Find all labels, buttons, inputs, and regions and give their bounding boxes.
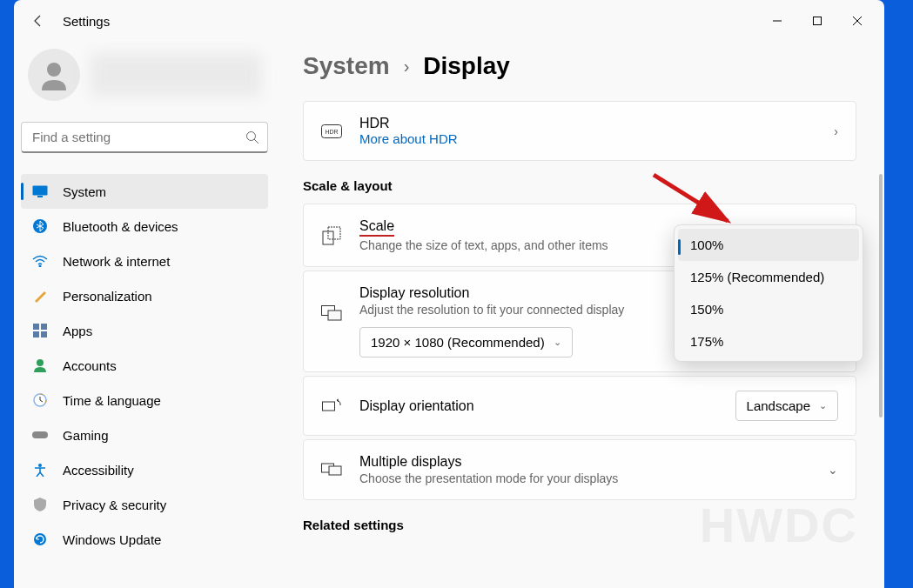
resolution-icon: [321, 303, 342, 324]
user-block[interactable]: [21, 42, 268, 108]
nav-label: System: [63, 184, 106, 199]
nav-item-apps[interactable]: Apps: [21, 313, 268, 348]
svg-point-8: [39, 265, 42, 268]
update-icon: [31, 531, 49, 548]
nav-item-system[interactable]: System: [21, 174, 268, 209]
nav-item-bluetooth[interactable]: Bluetooth & devices: [21, 209, 268, 244]
nav-label: Accessibility: [63, 463, 134, 478]
nav-item-time[interactable]: Time & language: [21, 383, 268, 418]
scale-dropdown: 100% 125% (Recommended) 150% 175%: [674, 224, 863, 362]
svg-point-2: [47, 63, 61, 77]
monitor-icon: [31, 183, 49, 200]
user-info-redacted: [91, 53, 261, 97]
minimize-icon: [773, 17, 782, 25]
wifi-icon: [31, 252, 49, 270]
search-icon: [245, 130, 259, 144]
orientation-card: Display orientation Landscape ⌄: [303, 376, 856, 436]
svg-line-4: [254, 139, 258, 144]
orientation-select[interactable]: Landscape ⌄: [735, 391, 838, 421]
bluetooth-icon: [31, 217, 49, 235]
svg-point-18: [34, 533, 46, 545]
svg-rect-24: [328, 311, 341, 320]
nav-item-personalization[interactable]: Personalization: [21, 278, 268, 313]
chevron-down-icon: ⌄: [828, 463, 838, 477]
minimize-button[interactable]: [757, 7, 797, 35]
svg-rect-22: [328, 227, 340, 239]
orientation-value: Landscape: [747, 398, 810, 413]
search-input[interactable]: [21, 122, 268, 153]
scale-option-150[interactable]: 150%: [678, 293, 859, 325]
svg-rect-16: [32, 431, 48, 438]
back-button[interactable]: [21, 3, 56, 38]
svg-rect-1: [814, 17, 822, 25]
svg-text:HDR: HDR: [325, 129, 338, 135]
titlebar: Settings: [14, 0, 884, 42]
section-related: Related settings: [303, 518, 856, 532]
scale-option-125[interactable]: 125% (Recommended): [678, 261, 859, 293]
orientation-icon: [321, 396, 342, 417]
person-icon: [37, 57, 71, 92]
chevron-down-icon: ⌄: [819, 400, 827, 411]
svg-rect-10: [41, 324, 47, 330]
back-arrow-icon: [31, 14, 45, 28]
resolution-select[interactable]: 1920 × 1080 (Recommended) ⌄: [359, 327, 573, 357]
accessibility-icon: [31, 461, 49, 478]
shield-icon: [31, 496, 49, 513]
apps-icon: [31, 322, 49, 339]
multiple-displays-card[interactable]: Multiple displays Choose the presentatio…: [303, 439, 856, 500]
clock-icon: [31, 391, 49, 409]
nav-list: System Bluetooth & devices Network & int…: [21, 174, 268, 557]
scrollbar-thumb[interactable]: [879, 174, 883, 418]
avatar: [28, 49, 80, 101]
scale-option-100[interactable]: 100%: [678, 229, 859, 261]
svg-rect-6: [37, 196, 43, 197]
breadcrumb-parent[interactable]: System: [303, 52, 390, 80]
maximize-button[interactable]: [797, 7, 837, 35]
nav-item-privacy[interactable]: Privacy & security: [21, 487, 268, 522]
svg-rect-12: [41, 331, 47, 337]
multiple-displays-icon: [321, 459, 342, 480]
resolution-value: 1920 × 1080 (Recommended): [371, 335, 545, 350]
nav-label: Windows Update: [63, 532, 161, 547]
svg-rect-11: [33, 331, 39, 337]
svg-point-17: [38, 464, 42, 467]
hdr-title: HDR: [359, 116, 834, 131]
breadcrumb-current: Display: [423, 52, 510, 80]
settings-window: Settings Syst: [14, 0, 884, 588]
person-icon: [31, 357, 49, 374]
multiple-sub: Choose the presentation mode for your di…: [359, 471, 828, 485]
hdr-link[interactable]: More about HDR: [359, 131, 834, 146]
section-scale-layout: Scale & layout: [303, 178, 856, 193]
nav-label: Gaming: [63, 428, 109, 443]
hdr-icon: HDR: [321, 121, 342, 142]
svg-rect-25: [323, 402, 335, 411]
nav-label: Apps: [63, 324, 92, 338]
chevron-down-icon: ⌄: [554, 337, 561, 348]
nav-item-update[interactable]: Windows Update: [21, 522, 268, 557]
brush-icon: [31, 287, 49, 304]
close-icon: [853, 17, 862, 25]
nav-label: Privacy & security: [63, 498, 166, 512]
nav-label: Accounts: [63, 358, 117, 373]
gamepad-icon: [31, 426, 49, 444]
svg-rect-9: [33, 324, 39, 330]
scale-option-175[interactable]: 175%: [678, 325, 859, 357]
maximize-icon: [813, 17, 822, 25]
multiple-title: Multiple displays: [359, 454, 828, 470]
svg-point-13: [37, 359, 44, 366]
nav-item-network[interactable]: Network & internet: [21, 244, 268, 278]
svg-rect-5: [33, 186, 48, 196]
nav-label: Personalization: [63, 289, 152, 304]
chevron-right-icon: ›: [834, 124, 838, 138]
breadcrumb: System › Display: [303, 52, 856, 80]
orientation-title: Display orientation: [359, 398, 735, 414]
nav-item-accounts[interactable]: Accounts: [21, 348, 268, 383]
svg-rect-27: [329, 466, 341, 475]
scrollbar[interactable]: [879, 96, 883, 548]
nav-label: Bluetooth & devices: [63, 219, 178, 234]
window-controls: [757, 7, 877, 35]
hdr-card[interactable]: HDR HDR More about HDR ›: [303, 101, 856, 161]
nav-item-gaming[interactable]: Gaming: [21, 418, 268, 452]
close-button[interactable]: [837, 7, 877, 35]
nav-item-accessibility[interactable]: Accessibility: [21, 452, 268, 487]
